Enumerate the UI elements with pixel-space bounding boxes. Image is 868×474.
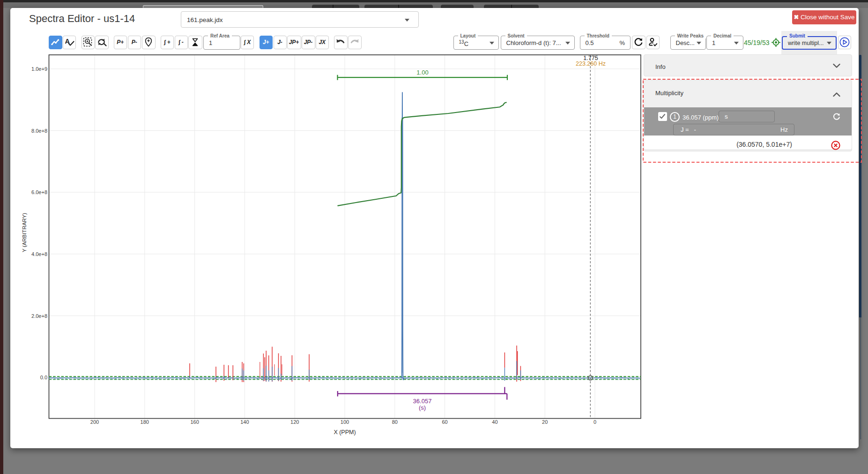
svg-text:X (PPM): X (PPM) bbox=[334, 429, 356, 436]
svg-text:4.0e+8: 4.0e+8 bbox=[31, 251, 47, 257]
svg-text:8.0e+8: 8.0e+8 bbox=[31, 128, 47, 134]
svg-text:1.0e+9: 1.0e+9 bbox=[31, 66, 47, 72]
svg-text:80: 80 bbox=[392, 419, 398, 425]
svg-text:1.00: 1.00 bbox=[416, 69, 428, 76]
svg-text:Y (ARBITRARY): Y (ARBITRARY) bbox=[22, 213, 27, 252]
svg-text:(s): (s) bbox=[419, 404, 426, 411]
svg-text:20: 20 bbox=[542, 419, 548, 425]
svg-text:180: 180 bbox=[141, 419, 149, 425]
svg-text:160: 160 bbox=[190, 419, 199, 425]
svg-text:60: 60 bbox=[442, 419, 447, 425]
svg-text:0.0: 0.0 bbox=[40, 375, 47, 380]
svg-text:6.0e+8: 6.0e+8 bbox=[31, 189, 47, 195]
svg-text:223.260 Hz: 223.260 Hz bbox=[576, 60, 606, 67]
svg-text:2.0e+8: 2.0e+8 bbox=[31, 313, 47, 319]
svg-text:100: 100 bbox=[341, 419, 349, 425]
svg-text:40: 40 bbox=[492, 419, 497, 425]
svg-text:200: 200 bbox=[90, 419, 99, 425]
svg-text:0: 0 bbox=[594, 419, 596, 425]
svg-text:140: 140 bbox=[240, 419, 249, 425]
svg-text:120: 120 bbox=[290, 419, 299, 425]
